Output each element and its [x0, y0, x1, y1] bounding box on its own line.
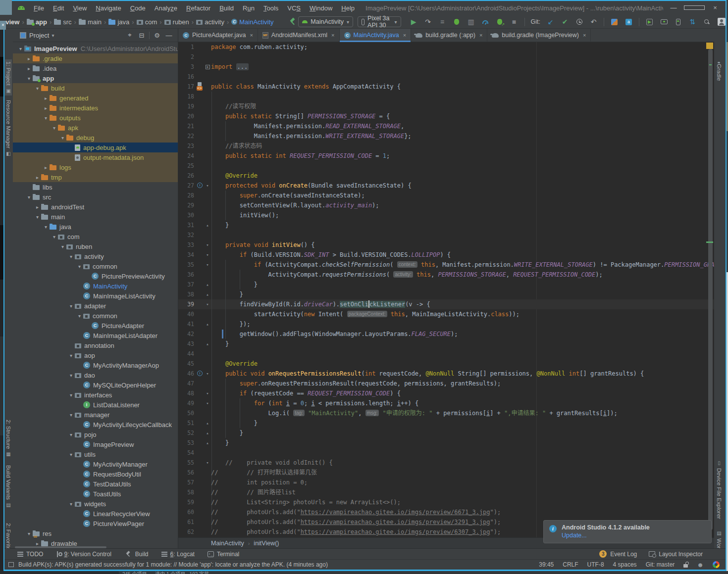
code-line-39[interactable]: 39▾ findViewById(R.id.driveCar).setOnCli…: [178, 299, 714, 309]
tab-build-gradle-imagepreview[interactable]: build.gradle (ImagePreview)×: [487, 29, 591, 42]
tree-item-myactivitymanager[interactable]: CMyActivityManager: [13, 459, 178, 469]
settings-gear-icon[interactable]: ⚙: [151, 32, 163, 39]
code-line-3[interactable]: 3+import ...: [178, 62, 714, 72]
tree-item-dao[interactable]: ▾dao: [13, 370, 178, 380]
tree-item-com[interactable]: ▾com: [13, 232, 178, 241]
chevron-open-icon[interactable]: ▾: [25, 76, 33, 81]
code-line-59[interactable]: 59// List<String> photoUrls = new ArrayL…: [178, 497, 714, 507]
code-line-20[interactable]: 20 public static String[] PERMISSIONS_ST…: [178, 111, 714, 121]
tree-item-imagepreview[interactable]: CImagePreview: [13, 439, 178, 449]
tree-item-tmp[interactable]: ▸tmp: [13, 172, 178, 182]
code-line-35[interactable]: 35▾ if (ActivityCompat.checkSelfPermissi…: [178, 260, 714, 270]
project-view-title[interactable]: Project: [29, 32, 49, 39]
tool-window-button-terminal[interactable]: ›_Terminal: [208, 551, 239, 558]
chevron-open-icon[interactable]: ▾: [67, 412, 75, 418]
tree-item-app[interactable]: ▾app: [13, 73, 178, 83]
menu-analyze[interactable]: Analyze: [151, 2, 181, 14]
tree-item-idea[interactable]: ▸.idea: [13, 63, 178, 73]
tool-stripe-resource-manager[interactable]: Resource Manager◧: [5, 98, 12, 158]
lock-icon[interactable]: [683, 564, 688, 568]
tree-item-gradle[interactable]: ▸.gradle: [13, 53, 178, 63]
chevron-open-icon[interactable]: ▾: [67, 254, 75, 259]
tool-window-button-9-version-control[interactable]: 9: Version Control: [56, 551, 111, 558]
code-line-37[interactable]: 37▴ }: [178, 280, 714, 289]
git-update-icon[interactable]: ↙: [546, 17, 555, 26]
code-line-41[interactable]: 41▴ });: [178, 319, 714, 329]
caret-position[interactable]: 39:45: [539, 561, 554, 568]
code-line-43[interactable]: 43▴ }: [178, 339, 714, 349]
menu-navigate[interactable]: Navigate: [92, 2, 125, 14]
code-line-49[interactable]: 49▾ for (int i = 0; i < permissions.leng…: [178, 398, 714, 408]
build-hammer-icon[interactable]: [289, 18, 294, 26]
code-line-52[interactable]: 52▴ }: [178, 428, 714, 438]
file-encoding[interactable]: UTF-8: [587, 561, 604, 568]
sync-icon[interactable]: ⇅: [688, 17, 697, 26]
code-line-22[interactable]: 22 Manifest.permission.WRITE_EXTERNAL_ST…: [178, 131, 714, 141]
tree-item-debug[interactable]: ▾debug: [13, 133, 178, 143]
chevron-open-icon[interactable]: ▾: [25, 194, 33, 200]
tab-pictureadapter-java[interactable]: CPictureAdapter.java×: [178, 29, 258, 42]
code-line-25[interactable]: 25: [178, 161, 714, 171]
vertical-scrollbar[interactable]: [708, 49, 713, 530]
chevron-open-icon[interactable]: ▾: [42, 115, 50, 121]
run-configuration-select[interactable]: MainActivity ▾: [298, 16, 353, 27]
hide-panel-icon[interactable]: —: [163, 32, 175, 39]
code-editor[interactable]: 1package com.ruben.activity;23+import ..…: [178, 42, 714, 537]
layout-inspector-button[interactable]: Layout Inspector: [649, 551, 703, 558]
code-line-47[interactable]: 47 super.onRequestPermissionsResult(requ…: [178, 379, 714, 388]
menu-build[interactable]: Build: [215, 2, 238, 14]
tool-stripe-2-structure[interactable]: 2: Structure▦: [5, 418, 12, 459]
breadcrumb-item-app[interactable]: app: [26, 18, 48, 26]
tool-window-button-todo[interactable]: TODO: [17, 551, 43, 558]
tree-item-mysqliteopenhelper[interactable]: CMySQLiteOpenHelper: [13, 380, 178, 390]
chevron-open-icon[interactable]: ▾: [51, 234, 58, 239]
fold-marker[interactable]: ▾: [204, 240, 211, 250]
tree-item-outputs[interactable]: ▾outputs: [13, 113, 178, 123]
tree-item-mainimagelistactivity[interactable]: CMainImageListActivity: [13, 291, 178, 301]
tree-item-testdatautils[interactable]: CTestDataUtils: [13, 479, 178, 489]
tree-item-pictureviewpager[interactable]: CPictureViewPager: [13, 519, 178, 528]
breadcrumb-item-activity[interactable]: activity: [195, 18, 225, 26]
code-line-51[interactable]: 51▴ }: [178, 418, 714, 428]
tree-item-apk[interactable]: ▾apk: [13, 123, 178, 133]
tool-stripe-build-variants[interactable]: Build Variants▤: [5, 463, 12, 510]
fold-marker[interactable]: ▾: [204, 181, 211, 191]
fold-marker[interactable]: +: [204, 62, 211, 72]
git-commit-icon[interactable]: ✔: [561, 17, 569, 26]
code-line-24[interactable]: 24 public static int REQUEST_PERMISSION_…: [178, 151, 714, 161]
fold-marker[interactable]: ▴: [204, 220, 211, 230]
tree-item-intermediates[interactable]: ▸intermediates: [13, 103, 178, 113]
git-branch[interactable]: Git: master: [646, 561, 675, 568]
chevron-open-icon[interactable]: ▾: [42, 224, 50, 230]
tree-item-main[interactable]: ▾main: [13, 212, 178, 222]
tool-window-button-build[interactable]: Build: [124, 550, 149, 558]
tree-item-pojo[interactable]: ▾pojo: [13, 430, 178, 439]
close-icon[interactable]: ×: [403, 32, 406, 38]
close-icon[interactable]: ×: [331, 32, 334, 38]
history-icon[interactable]: [575, 17, 583, 26]
tree-item-res[interactable]: ▾res: [13, 528, 178, 538]
tree-item-linearrecyclerview[interactable]: CLinearRecyclerView: [13, 509, 178, 519]
tab-build-gradle-app[interactable]: build.gradle (:app)×: [411, 29, 487, 42]
code-line-18[interactable]: 18: [178, 92, 714, 101]
code-line-45[interactable]: 45 @Override: [178, 359, 714, 369]
menu-code[interactable]: Code: [126, 2, 150, 14]
menu-refactor[interactable]: Refactor: [182, 2, 214, 14]
menu-vcs[interactable]: VCS: [283, 2, 305, 14]
indent-setting[interactable]: 4 spaces: [613, 561, 637, 568]
run-icon[interactable]: ▶: [410, 17, 418, 26]
chevron-closed-icon[interactable]: ▸: [42, 105, 50, 111]
code-line-16[interactable]: 16: [178, 72, 714, 82]
code-line-40[interactable]: 40 startActivity(new Intent( packageCont…: [178, 309, 714, 319]
update-link[interactable]: Update...: [562, 532, 706, 539]
rollback-icon[interactable]: ↶: [589, 17, 598, 26]
code-line-34[interactable]: 34▾ if (Build.VERSION.SDK_INT > Build.VE…: [178, 250, 714, 260]
code-line-44[interactable]: 44: [178, 349, 714, 359]
close-icon[interactable]: ×: [250, 32, 253, 38]
tree-item-logs[interactable]: ▸logs: [13, 162, 178, 172]
breadcrumb-item-com[interactable]: com: [136, 18, 158, 26]
chevron-open-icon[interactable]: ▾: [67, 373, 75, 378]
coverage-icon[interactable]: ≡: [438, 17, 447, 26]
code-line-48[interactable]: 48▾ if (requestCode == REQUEST_PERMISSIO…: [178, 388, 714, 398]
tree-item-common[interactable]: ▾common: [13, 311, 178, 321]
